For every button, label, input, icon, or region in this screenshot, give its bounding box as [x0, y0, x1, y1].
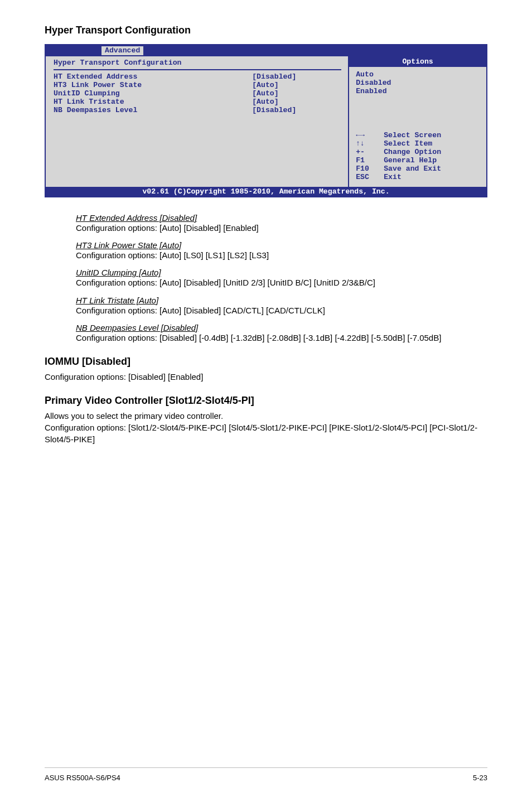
item-body: Configuration options: [Auto] [Disabled]…	[76, 305, 487, 316]
nav-action: General Help	[384, 156, 437, 165]
bios-tab-bar: Advanced	[46, 45, 486, 56]
nav-key: F1	[356, 156, 384, 165]
divider	[54, 69, 341, 70]
bios-tab-advanced: Advanced	[101, 46, 143, 55]
nav-key: +-	[356, 148, 384, 156]
bios-setting-row: HT3 Link Power State[Auto]	[54, 81, 341, 89]
bios-panel-title: Hyper Transport Configuration	[54, 59, 341, 68]
section-heading: Hyper Transport Configuration	[45, 25, 487, 36]
bios-left-panel: Hyper Transport Configuration HT Extende…	[46, 56, 349, 187]
item-body: Configuration options: [Auto] [LS0] [LS1…	[76, 250, 487, 261]
nav-action: Save and Exit	[384, 165, 441, 173]
nav-key: ESC	[356, 173, 384, 181]
bios-setting-label: HT Link Tristate	[54, 98, 252, 106]
bios-setting-value: [Auto]	[252, 89, 341, 98]
nav-key: ↑↓	[356, 139, 384, 148]
bios-setting-value: [Disabled]	[252, 106, 341, 114]
item-body: Configuration options: [Disabled] [-0.4d…	[76, 332, 487, 344]
item-title: HT3 Link Power State [Auto]	[76, 240, 487, 250]
bios-copyright: v02.61 (C)Copyright 1985-2010, American …	[46, 187, 486, 196]
bios-right-panel: Options Auto Disabled Enabled ←→Select S…	[349, 56, 486, 187]
pvc-body: Allows you to select the primary video c…	[45, 410, 487, 445]
bios-setting-row: NB Deempasies Level[Disabled]	[54, 106, 341, 114]
pvc-heading: Primary Video Controller [Slot1/2-Slot4/…	[45, 395, 487, 407]
bios-setting-row: HT Extended Address[Disabled]	[54, 73, 341, 81]
bios-setting-value: [Disabled]	[252, 73, 341, 81]
footer-right: 5-23	[473, 774, 487, 782]
nav-action: Exit	[384, 173, 402, 181]
bios-setting-row: HT Link Tristate[Auto]	[54, 98, 341, 106]
bios-setting-label: UnitID Clumping	[54, 89, 252, 98]
item-title: NB Deempasies Level [Disabled]	[76, 323, 487, 332]
bios-option: Auto	[356, 70, 480, 79]
item-title: HT Extended Address [Disabled]	[76, 213, 487, 223]
nav-key: ←→	[356, 131, 384, 139]
page-footer: ASUS RS500A-S6/PS4 5-23	[45, 767, 487, 782]
nav-action: Select Item	[384, 139, 432, 148]
bios-option: Disabled	[356, 79, 480, 87]
bios-setting-label: HT3 Link Power State	[54, 81, 252, 89]
iommu-body: Configuration options: [Disabled] [Enabl…	[45, 371, 487, 383]
bios-setting-value: [Auto]	[252, 98, 341, 106]
bios-options-title: Options	[349, 56, 486, 67]
footer-left: ASUS RS500A-S6/PS4	[45, 774, 120, 782]
nav-action: Select Screen	[384, 131, 441, 139]
nav-key: F10	[356, 165, 384, 173]
iommu-heading: IOMMU [Disabled]	[45, 356, 487, 368]
bios-setting-label: NB Deempasies Level	[54, 106, 252, 114]
bios-setting-value: [Auto]	[252, 81, 341, 89]
bios-setting-label: HT Extended Address	[54, 73, 252, 81]
bios-setting-row: UnitID Clumping[Auto]	[54, 89, 341, 98]
settings-description-block: HT Extended Address [Disabled] Configura…	[76, 213, 487, 344]
bios-screenshot: Advanced Hyper Transport Configuration H…	[45, 44, 487, 197]
item-body: Configuration options: [Auto] [Disabled]…	[76, 277, 487, 288]
bios-option: Enabled	[356, 87, 480, 95]
item-title: HT Link Tristate [Auto]	[76, 296, 487, 305]
bios-nav-help: ←→Select Screen ↑↓Select Item +-Change O…	[349, 129, 486, 187]
item-title: UnitID Clumping [Auto]	[76, 268, 487, 277]
nav-action: Change Option	[384, 148, 441, 156]
item-body: Configuration options: [Auto] [Disabled]…	[76, 223, 487, 234]
